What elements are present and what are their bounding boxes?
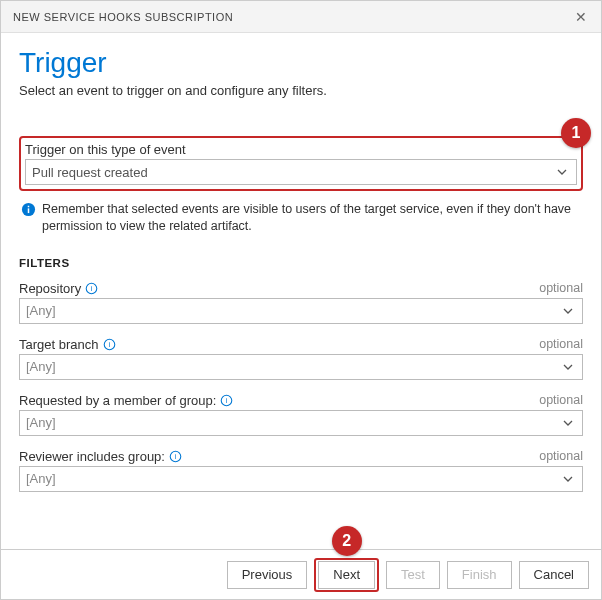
help-icon[interactable]: i [169, 450, 182, 463]
info-text: Remember that selected events are visibl… [42, 201, 583, 235]
chevron-down-icon [562, 305, 574, 317]
callout-badge-2: 2 [332, 526, 362, 556]
event-type-select[interactable]: Pull request created [25, 159, 577, 185]
svg-rect-1 [28, 208, 30, 213]
filter-target-branch-select[interactable]: [Any] [19, 354, 583, 380]
test-button[interactable]: Test [386, 561, 440, 589]
dialog-footer: Previous 2 Next Test Finish Cancel [1, 549, 601, 599]
filter-target-branch-value: [Any] [26, 359, 56, 374]
filter-repository-select[interactable]: [Any] [19, 298, 583, 324]
filter-requested-by-group-select[interactable]: [Any] [19, 410, 583, 436]
info-icon [21, 202, 36, 217]
filter-reviewer-group: Reviewer includes group: i optional [Any… [19, 449, 583, 492]
help-icon[interactable]: i [85, 282, 98, 295]
svg-text:i: i [91, 284, 93, 293]
page-title: Trigger [19, 47, 583, 79]
optional-label: optional [539, 449, 583, 463]
filter-repository-label: Repository [19, 281, 81, 296]
next-button[interactable]: Next [318, 561, 375, 589]
finish-button[interactable]: Finish [447, 561, 512, 589]
callout-badge-1: 1 [561, 118, 591, 148]
filter-requested-by-group-label: Requested by a member of group: [19, 393, 216, 408]
event-type-value: Pull request created [32, 165, 148, 180]
optional-label: optional [539, 337, 583, 351]
chevron-down-icon [562, 473, 574, 485]
page-subtitle: Select an event to trigger on and config… [19, 83, 583, 98]
previous-button[interactable]: Previous [227, 561, 308, 589]
filter-target-branch-label: Target branch [19, 337, 99, 352]
titlebar: NEW SERVICE HOOKS SUBSCRIPTION ✕ [1, 1, 601, 33]
svg-text:i: i [175, 452, 177, 461]
chevron-down-icon [562, 361, 574, 373]
filter-reviewer-group-select[interactable]: [Any] [19, 466, 583, 492]
filter-target-branch: Target branch i optional [Any] [19, 337, 583, 380]
optional-label: optional [539, 281, 583, 295]
filter-requested-by-group: Requested by a member of group: i option… [19, 393, 583, 436]
dialog-title: NEW SERVICE HOOKS SUBSCRIPTION [13, 11, 233, 23]
chevron-down-icon [562, 417, 574, 429]
svg-rect-2 [28, 206, 30, 208]
optional-label: optional [539, 393, 583, 407]
close-icon[interactable]: ✕ [571, 5, 592, 29]
filter-reviewer-group-label: Reviewer includes group: [19, 449, 165, 464]
help-icon[interactable]: i [103, 338, 116, 351]
info-note: Remember that selected events are visibl… [21, 201, 583, 235]
svg-text:i: i [226, 396, 228, 405]
filter-repository: Repository i optional [Any] [19, 281, 583, 324]
filters-heading: FILTERS [19, 257, 583, 269]
chevron-down-icon [556, 166, 568, 178]
filter-repository-value: [Any] [26, 303, 56, 318]
callout-event-type: 1 Trigger on this type of event Pull req… [19, 136, 583, 191]
help-icon[interactable]: i [220, 394, 233, 407]
filter-requested-by-group-value: [Any] [26, 415, 56, 430]
svg-text:i: i [108, 340, 110, 349]
cancel-button[interactable]: Cancel [519, 561, 589, 589]
event-type-label: Trigger on this type of event [25, 142, 577, 157]
dialog-content: Trigger Select an event to trigger on an… [1, 33, 601, 565]
filter-reviewer-group-value: [Any] [26, 471, 56, 486]
callout-next: 2 Next [314, 558, 379, 592]
